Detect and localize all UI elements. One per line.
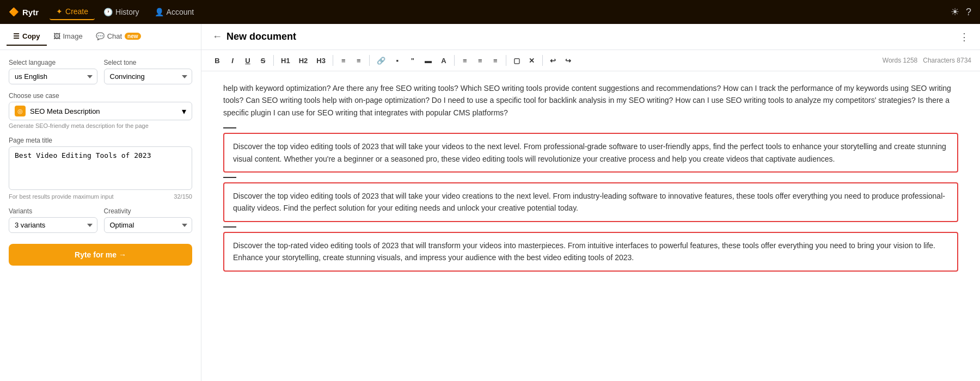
tone-select[interactable]: Convincing [104,69,193,84]
logo-icon: 🔶 [9,7,19,17]
use-case-hint: Generate SEO-friendly meta description f… [9,122,192,129]
editor-area: ← New document ⋮ B I U S H1 H2 H3 ≡ ≡ 🔗 … [201,24,980,381]
bold-button[interactable]: B [210,53,224,67]
intro-text: help with keyword optimization? Are ther… [223,82,958,119]
tab-copy[interactable]: ☰ Copy [7,28,47,46]
tone-group: Select tone Convincing [104,59,193,84]
clear-format-button[interactable]: ✕ [525,53,539,67]
sidebar: ☰ Copy 🖼 Image 💬 Chat new Select languag… [0,24,201,381]
more-options-button[interactable]: ⋮ [959,31,969,43]
app-name: Rytr [22,8,39,17]
editor-title: ← New document [212,31,296,42]
theme-toggle-button[interactable]: ☀ [951,6,959,18]
use-case-label: Choose use case [9,92,192,100]
tab-image[interactable]: 🖼 Image [47,28,89,46]
use-case-select[interactable]: ◎ SEO Meta Description ▾ [9,102,192,120]
separator-2 [333,55,333,66]
meta-title-count: 32/150 [174,193,192,200]
document-title: New document [226,31,296,42]
h1-button[interactable]: H1 [277,53,294,67]
language-select[interactable]: us English [9,69,97,84]
separator-4 [454,55,455,66]
back-button[interactable]: ← [212,31,222,42]
meta-title-hint: For best results provide maximum input [9,193,114,200]
nav-history[interactable]: 🕐 History [97,4,146,20]
variant-2-text: Discover the top video editing tools of … [233,192,945,212]
meta-title-section: Page meta title Best Video Editing Tools… [9,137,192,200]
variants-select[interactable]: 3 variants [9,217,97,233]
separator-5 [506,55,506,66]
highlight-button[interactable]: ▬ [421,53,436,67]
redo-button[interactable]: ↪ [561,53,575,67]
nav-right: ☀ ? [951,6,971,18]
tab-image-label: Image [63,32,83,40]
language-group: Select language us English [9,59,97,84]
align-right-button[interactable]: ≡ [488,53,503,67]
meta-title-input[interactable]: Best Video Editing Tools of 2023 [9,146,192,190]
variants-row: Variants 3 variants Creativity Optimal [9,207,192,233]
tone-label: Select tone [104,59,193,66]
variant-3: Discover the top-rated video editing too… [223,232,958,272]
help-button[interactable]: ? [966,7,971,18]
nav-account-label: Account [167,8,194,16]
nav-create-label: Create [65,7,88,16]
meta-title-label: Page meta title [9,137,192,144]
nav-items: ✦ Create 🕐 History 👤 Account [50,4,951,20]
image-icon: 🖼 [53,32,60,40]
italic-button[interactable]: I [225,53,240,67]
use-case-section: Choose use case ◎ SEO Meta Description ▾… [9,92,192,129]
variant-2: Discover the top video editing tools of … [223,182,958,222]
image-button[interactable]: ▪ [390,53,405,67]
underline-button[interactable]: U [241,53,255,67]
separator-6 [542,55,543,66]
table-button[interactable]: ▢ [510,53,524,67]
separator-3 [369,55,370,66]
create-icon: ✦ [56,7,63,16]
divider-2 [223,177,236,178]
undo-button[interactable]: ↩ [546,53,560,67]
tab-copy-label: Copy [22,32,40,40]
sidebar-content: Select language us English Select tone C… [0,50,201,381]
word-count: Words 1258 Characters 8734 [883,57,971,64]
history-icon: 🕐 [103,8,113,16]
creativity-select[interactable]: Optimal [104,217,193,233]
ryte-for-me-button[interactable]: Ryte for me → [9,244,192,266]
separator-1 [273,55,274,66]
link-button[interactable]: 🔗 [373,53,389,67]
align-left-button[interactable]: ≡ [458,53,472,67]
tab-chat[interactable]: 💬 Chat new [89,28,148,46]
chat-icon: 💬 [96,32,105,40]
creativity-group: Creativity Optimal [104,207,193,233]
editor-content[interactable]: help with keyword optimization? Are ther… [201,71,980,381]
divider-3 [223,226,236,228]
editor-toolbar: B I U S H1 H2 H3 ≡ ≡ 🔗 ▪ " ▬ A ≡ ≡ ≡ ▢ ✕… [201,50,980,71]
creativity-label: Creativity [104,207,193,215]
top-nav: 🔶 Rytr ✦ Create 🕐 History 👤 Account ☀ ? [0,0,980,24]
sidebar-tabs: ☰ Copy 🖼 Image 💬 Chat new [0,24,201,50]
strikethrough-button[interactable]: S [256,53,270,67]
divider-1 [223,127,236,128]
language-label: Select language [9,59,97,66]
h2-button[interactable]: H2 [295,53,312,67]
color-button[interactable]: A [437,53,451,67]
copy-icon: ☰ [13,32,20,40]
app-logo[interactable]: 🔶 Rytr [9,7,39,17]
numbered-list-button[interactable]: ≡ [352,53,366,67]
ryte-btn-label: Ryte for me → [75,250,126,259]
bullet-list-button[interactable]: ≡ [336,53,351,67]
meta-title-footer: For best results provide maximum input 3… [9,193,192,200]
quote-button[interactable]: " [406,53,420,67]
variant-3-text: Discover the top-rated video editing too… [233,241,935,262]
nav-account[interactable]: 👤 Account [148,4,201,20]
main-layout: ☰ Copy 🖼 Image 💬 Chat new Select languag… [0,24,980,381]
use-case-value: SEO Meta Description [30,107,177,115]
editor-header: ← New document ⋮ [201,24,980,50]
tab-chat-label: Chat [107,32,122,40]
language-tone-row: Select language us English Select tone C… [9,59,192,84]
h3-button[interactable]: H3 [313,53,329,67]
use-case-chevron-icon: ▾ [182,106,186,116]
nav-create[interactable]: ✦ Create [50,4,95,20]
variants-label: Variants [9,207,97,215]
align-center-button[interactable]: ≡ [473,53,487,67]
variant-1: Discover the top video editing tools of … [223,133,958,173]
